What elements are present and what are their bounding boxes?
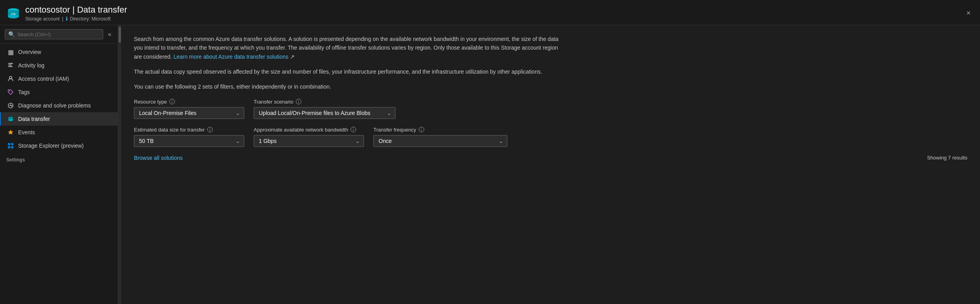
filters-row-1: Resource type i Local On-Premise Files A… <box>134 99 967 119</box>
app-container: DB contosostor | Data transfer Storage a… <box>0 0 980 304</box>
page-title: contosostor | Data transfer <box>25 5 127 15</box>
sidebar-item-data-transfer[interactable]: Data transfer <box>0 112 118 126</box>
transfer-scenario-select[interactable]: Upload Local/On-Premise files to Azure B… <box>254 107 395 119</box>
description-paragraph-1: Search from among the common Azure data … <box>134 35 567 61</box>
sidebar-item-data-transfer-label: Data transfer <box>18 116 50 122</box>
data-size-select-wrapper[interactable]: 1 GB 10 GB 100 GB 1 TB 10 TB 50 TB 100 T… <box>134 135 244 147</box>
data-size-select[interactable]: 1 GB 10 GB 100 GB 1 TB 10 TB 50 TB 100 T… <box>134 135 244 147</box>
storage-account-icon: DB <box>6 6 20 20</box>
svg-rect-6 <box>8 66 13 67</box>
sidebar-item-overview[interactable]: ▦ Overview <box>0 45 118 59</box>
sidebar-scroll-track[interactable] <box>118 25 121 304</box>
learn-more-link[interactable]: Learn more about Azure data transfer sol… <box>173 54 288 60</box>
resource-type-label: Resource type i <box>134 99 244 105</box>
sidebar-item-activity-log-label: Activity log <box>18 62 45 69</box>
sidebar-item-storage-explorer[interactable]: Storage Explorer (preview) <box>0 139 118 152</box>
activity-log-icon <box>7 62 14 69</box>
title-bar: DB contosostor | Data transfer Storage a… <box>0 0 980 25</box>
transfer-scenario-label: Transfer scenario i <box>254 99 395 105</box>
tags-icon <box>7 89 14 96</box>
frequency-label: Transfer frequency i <box>373 127 507 133</box>
sidebar-item-diagnose-label: Diagnose and solve problems <box>18 102 91 109</box>
sidebar-item-diagnose[interactable]: Diagnose and solve problems <box>0 99 118 112</box>
svg-point-8 <box>9 91 10 91</box>
search-input-wrap[interactable]: 🔍 <box>5 29 103 39</box>
sidebar-item-overview-label: Overview <box>18 49 41 55</box>
transfer-scenario-select-wrapper[interactable]: Upload Local/On-Premise files to Azure B… <box>254 107 395 119</box>
overview-icon: ▦ <box>7 48 14 56</box>
filter-group-resource-type: Resource type i Local On-Premise Files A… <box>134 99 244 119</box>
sidebar: 🔍 « ▦ Overview Activity log <box>0 25 118 304</box>
svg-rect-4 <box>8 63 13 64</box>
frequency-select-wrapper[interactable]: Once Occasionally Continuously <box>373 135 507 147</box>
bandwidth-select-wrapper[interactable]: 1 Mbps 10 Mbps 100 Mbps 1 Gbps 10 Gbps <box>254 135 364 147</box>
svg-point-9 <box>8 103 13 108</box>
frequency-info-icon[interactable]: i <box>419 127 424 132</box>
sidebar-item-access-control[interactable]: Access control (IAM) <box>0 72 118 85</box>
sidebar-item-storage-explorer-label: Storage Explorer (preview) <box>18 143 84 149</box>
bandwidth-select[interactable]: 1 Mbps 10 Mbps 100 Mbps 1 Gbps 10 Gbps <box>254 135 364 147</box>
filters-row-2: Estimated data size for transfer i 1 GB … <box>134 127 967 147</box>
diagnose-icon <box>7 102 14 109</box>
svg-rect-14 <box>11 143 13 145</box>
search-icon: 🔍 <box>8 31 15 37</box>
access-control-icon <box>7 75 14 82</box>
filter-group-bandwidth: Approximate available network bandwidth … <box>254 127 364 147</box>
description-paragraph-2: The actual data copy speed observed is a… <box>134 67 567 76</box>
data-size-info-icon[interactable]: i <box>207 127 213 132</box>
separator: | <box>62 16 63 22</box>
nav-items: ▦ Overview Activity log Access control (… <box>0 44 118 166</box>
svg-rect-13 <box>8 143 10 145</box>
svg-point-7 <box>9 76 12 79</box>
events-icon <box>7 129 14 136</box>
svg-text:DB: DB <box>11 12 15 16</box>
collapse-sidebar-button[interactable]: « <box>106 30 113 39</box>
title-left: DB contosostor | Data transfer Storage a… <box>6 5 127 22</box>
title-text-block: contosostor | Data transfer Storage acco… <box>25 5 127 22</box>
resource-type-select-wrapper[interactable]: Local On-Premise Files Azure Blob Storag… <box>134 107 244 119</box>
svg-rect-5 <box>8 65 12 65</box>
search-input[interactable] <box>17 32 100 37</box>
sidebar-item-events[interactable]: Events <box>0 126 118 139</box>
sidebar-item-tags[interactable]: Tags <box>0 85 118 99</box>
results-count: Showing 7 results <box>927 155 967 161</box>
bandwidth-label: Approximate available network bandwidth … <box>254 127 364 133</box>
info-icon: ℹ <box>66 16 68 22</box>
resource-type-select[interactable]: Local On-Premise Files Azure Blob Storag… <box>134 107 244 119</box>
directory-label: Directory: Microsoft <box>70 16 111 22</box>
filter-group-frequency: Transfer frequency i Once Occasionally C… <box>373 127 507 147</box>
frequency-select[interactable]: Once Occasionally Continuously <box>373 135 507 147</box>
filter-group-transfer-scenario: Transfer scenario i Upload Local/On-Prem… <box>254 99 395 119</box>
resource-type-info-icon[interactable]: i <box>169 99 175 104</box>
storage-explorer-icon <box>7 142 14 149</box>
browse-all-solutions-link[interactable]: Browse all solutions <box>134 155 183 161</box>
svg-rect-16 <box>11 146 13 148</box>
bandwidth-info-icon[interactable]: i <box>351 127 356 132</box>
filter-note: You can use the following 2 sets of filt… <box>134 83 967 91</box>
sidebar-item-activity-log[interactable]: Activity log <box>0 59 118 72</box>
data-transfer-icon <box>7 115 14 122</box>
settings-section-header: Settings <box>0 152 118 164</box>
title-subtitle: Storage account | ℹ Directory: Microsoft <box>25 16 127 22</box>
storage-account-label: Storage account <box>25 16 59 22</box>
filter-group-data-size: Estimated data size for transfer i 1 GB … <box>134 127 244 147</box>
main-content: Search from among the common Azure data … <box>121 25 980 304</box>
sidebar-scroll-thumb[interactable] <box>119 27 121 43</box>
sidebar-item-events-label: Events <box>18 129 35 135</box>
svg-rect-15 <box>8 146 10 148</box>
search-bar: 🔍 « <box>0 25 118 44</box>
svg-point-12 <box>8 119 13 121</box>
close-button[interactable]: × <box>963 7 974 19</box>
main-layout: 🔍 « ▦ Overview Activity log <box>0 25 980 304</box>
data-size-label: Estimated data size for transfer i <box>134 127 244 133</box>
transfer-scenario-info-icon[interactable]: i <box>296 99 301 104</box>
sidebar-item-access-control-label: Access control (IAM) <box>18 76 69 82</box>
sidebar-item-tags-label: Tags <box>18 89 30 95</box>
